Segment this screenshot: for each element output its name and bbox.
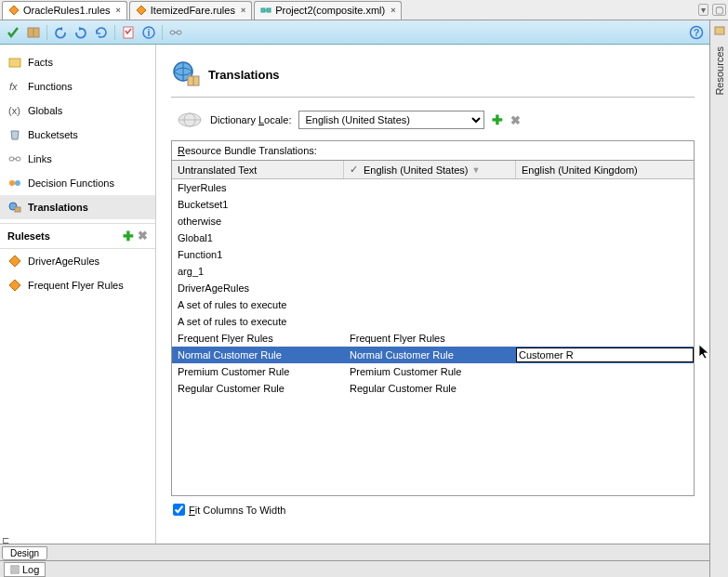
tab-close-icon[interactable]: × xyxy=(390,6,395,15)
table-row[interactable]: FlyerRules xyxy=(172,179,694,196)
cell-en-gb[interactable]: Customer R xyxy=(516,348,694,362)
validate-icon[interactable] xyxy=(6,25,20,40)
cell-untranslated[interactable]: A set of rules to execute xyxy=(172,315,344,328)
col-header-en-gb[interactable]: English (United Kingdom) xyxy=(516,161,694,178)
add-ruleset-button[interactable]: ✚ xyxy=(123,229,134,243)
cell-en-us[interactable] xyxy=(344,287,516,289)
cell-en-us[interactable] xyxy=(344,270,516,272)
cell-en-us[interactable] xyxy=(344,254,516,256)
table-row[interactable]: Regular Customer RuleRegular Customer Ru… xyxy=(172,380,694,397)
cell-en-gb[interactable] xyxy=(516,203,694,205)
table-row[interactable]: Function1 xyxy=(172,246,694,263)
cell-en-gb[interactable] xyxy=(516,387,694,389)
redo-icon[interactable] xyxy=(73,25,88,40)
tab-project2[interactable]: Project2(composite.xml) × xyxy=(254,1,402,20)
design-tab[interactable]: Design xyxy=(2,546,47,560)
svg-text:(x): (x) xyxy=(8,105,20,116)
fit-columns-label[interactable]: Fit Columns To Width xyxy=(189,505,285,516)
nav-bucketsets[interactable]: Bucketsets xyxy=(0,123,155,147)
cell-en-us[interactable]: Regular Customer Rule xyxy=(344,382,516,395)
cell-en-gb[interactable] xyxy=(516,187,694,189)
cell-untranslated[interactable]: Regular Customer Rule xyxy=(172,382,344,395)
left-navigator: Facts fx Functions (x) Globals Bucketset… xyxy=(0,45,156,544)
nav-facts[interactable]: Facts xyxy=(0,50,155,74)
cell-untranslated[interactable]: arg_1 xyxy=(172,265,344,278)
cell-en-gb[interactable] xyxy=(516,304,694,306)
cell-untranslated[interactable]: Function1 xyxy=(172,248,344,261)
log-tab[interactable]: Log xyxy=(4,562,46,577)
cell-en-gb[interactable] xyxy=(516,237,694,239)
add-locale-button[interactable]: ✚ xyxy=(492,112,503,127)
cell-en-gb[interactable] xyxy=(516,270,694,272)
nav-links[interactable]: Links xyxy=(0,147,155,171)
table-row[interactable]: Bucketset1 xyxy=(172,196,694,213)
nav-globals[interactable]: (x) Globals xyxy=(0,98,155,123)
cell-en-gb[interactable] xyxy=(516,220,694,222)
cell-en-gb[interactable] xyxy=(516,337,694,339)
right-dock-strip: Resources xyxy=(709,20,728,577)
cell-en-gb[interactable] xyxy=(516,371,694,373)
tab-close-icon[interactable]: × xyxy=(116,6,121,15)
delete-ruleset-button[interactable]: ✖ xyxy=(138,229,148,243)
cell-en-us[interactable] xyxy=(344,304,516,306)
test-icon[interactable] xyxy=(121,25,136,40)
col-header-untranslated[interactable]: Untranslated Text xyxy=(172,161,344,178)
cell-en-us[interactable]: Normal Customer Rule xyxy=(344,348,516,361)
cell-untranslated[interactable]: Bucketset1 xyxy=(172,198,344,211)
refresh-icon[interactable] xyxy=(94,25,109,40)
ruleset-driverage[interactable]: DriverAgeRules xyxy=(0,249,155,273)
dictionary-icon[interactable] xyxy=(26,25,41,40)
cell-en-gb[interactable] xyxy=(516,254,694,256)
table-row[interactable]: Frequent Flyer RulesFrequent Flyer Rules xyxy=(172,330,694,347)
cell-en-us[interactable] xyxy=(344,220,516,222)
nav-decision-functions[interactable]: Decision Functions xyxy=(0,171,155,195)
cell-en-us[interactable] xyxy=(344,321,516,322)
table-row[interactable]: Normal Customer RuleNormal Customer Rule… xyxy=(172,347,694,363)
ruleset-label: DriverAgeRules xyxy=(28,256,99,267)
cell-en-gb[interactable] xyxy=(516,287,694,289)
tab-close-icon[interactable]: × xyxy=(241,6,245,15)
table-row[interactable]: Global1 xyxy=(172,229,694,246)
cell-en-us[interactable] xyxy=(344,187,516,189)
link-icon[interactable] xyxy=(168,25,183,40)
undo-icon[interactable] xyxy=(53,25,68,40)
cell-en-us[interactable] xyxy=(344,237,516,239)
tab-maximize-button[interactable]: ▢ xyxy=(712,4,726,16)
table-row[interactable]: Premium Customer RulePremium Customer Ru… xyxy=(172,363,694,380)
cell-untranslated[interactable]: otherwise xyxy=(172,215,344,228)
cell-untranslated[interactable]: Normal Customer Rule xyxy=(172,348,344,361)
tab-overflow-button[interactable]: ▾ xyxy=(698,4,708,16)
locale-select[interactable]: English (United States) xyxy=(298,111,484,129)
log-dock-bar: Log xyxy=(0,560,709,577)
cell-en-us[interactable]: Frequent Flyer Rules xyxy=(344,332,516,345)
grid-body[interactable]: FlyerRulesBucketset1otherwiseGlobal1Func… xyxy=(172,179,694,495)
cell-untranslated[interactable]: DriverAgeRules xyxy=(172,282,344,295)
table-row[interactable]: otherwise xyxy=(172,213,694,229)
svg-rect-25 xyxy=(15,207,20,212)
col-header-en-us[interactable]: ✓English (United States)▼ xyxy=(344,161,516,178)
table-row[interactable]: A set of rules to execute xyxy=(172,296,694,313)
nav-functions[interactable]: fx Functions xyxy=(0,74,155,98)
delete-locale-button[interactable]: ✖ xyxy=(510,113,521,127)
cell-en-us[interactable]: Premium Customer Rule xyxy=(344,365,516,378)
table-row[interactable]: A set of rules to execute xyxy=(172,313,694,330)
translations-grid: Resource Bundle Translations: Untranslat… xyxy=(171,140,695,496)
table-row[interactable]: arg_1 xyxy=(172,263,694,280)
help-icon[interactable]: ? xyxy=(689,25,704,40)
info-icon[interactable]: i xyxy=(141,25,156,40)
fit-columns-checkbox[interactable] xyxy=(173,504,185,516)
cell-editor[interactable]: Customer R xyxy=(516,348,694,362)
tab-itemizedfare[interactable]: ItemizedFare.rules × xyxy=(129,1,252,20)
cell-untranslated[interactable]: FlyerRules xyxy=(172,181,344,194)
cell-untranslated[interactable]: Premium Customer Rule xyxy=(172,365,344,378)
cell-untranslated[interactable]: Global1 xyxy=(172,231,344,244)
tab-oraclerules[interactable]: OracleRules1.rules × xyxy=(2,1,127,20)
resources-tab[interactable]: Resources xyxy=(714,46,725,96)
table-row[interactable]: DriverAgeRules xyxy=(172,280,694,296)
cell-untranslated[interactable]: A set of rules to execute xyxy=(172,298,344,311)
cell-en-gb[interactable] xyxy=(516,321,694,322)
cell-en-us[interactable] xyxy=(344,203,516,205)
nav-translations[interactable]: Translations xyxy=(0,195,155,219)
ruleset-frequentflyer[interactable]: Frequent Flyer Rules xyxy=(0,273,155,297)
cell-untranslated[interactable]: Frequent Flyer Rules xyxy=(172,332,344,345)
